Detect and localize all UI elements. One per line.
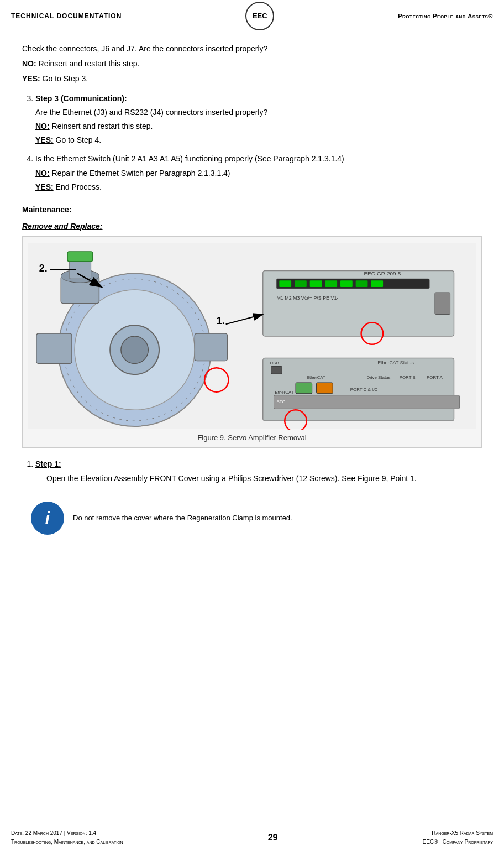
- svg-text:PORT B: PORT B: [400, 375, 416, 380]
- svg-text:EtherCAT Status: EtherCAT Status: [377, 360, 414, 366]
- svg-rect-38: [317, 383, 333, 394]
- svg-text:STC: STC: [276, 399, 285, 404]
- page-footer: Date: 22 March 2017 | Version: 1.4 Troub…: [0, 824, 504, 851]
- step4-yes-label: YES:: [35, 182, 54, 191]
- svg-text:EtherCAT: EtherCAT: [307, 375, 326, 380]
- svg-text:EtherCAT: EtherCAT: [275, 390, 293, 395]
- footer-right: Ranger-X5 Radar System EEC® | Company Pr…: [423, 829, 493, 847]
- svg-rect-24: [371, 280, 383, 287]
- footer-proprietary: EEC® | Company Proprietary: [423, 838, 493, 847]
- remove-replace-header: Remove and Replace:: [22, 222, 482, 231]
- footer-page-number: 29: [268, 833, 278, 843]
- svg-text:1.: 1.: [217, 315, 225, 326]
- svg-rect-37: [296, 383, 312, 394]
- header-left-text: Technical Documentation: [11, 12, 122, 20]
- intro-yes-text: Go to Step 3.: [43, 74, 88, 83]
- svg-text:PORT A: PORT A: [427, 375, 443, 380]
- footer-system: Ranger-X5 Radar System: [423, 829, 493, 838]
- footer-doc-type: Troubleshooting, Maintenance, and Calibr…: [11, 838, 123, 847]
- intro-yes-label: YES:: [22, 74, 40, 83]
- info-icon: i: [31, 502, 64, 535]
- steps-list: Step 3 (Communication): Are the Ethernet…: [35, 92, 482, 193]
- svg-rect-9: [67, 252, 92, 262]
- page-header: Technical Documentation EEC Protecting P…: [0, 0, 504, 32]
- header-logo: EEC: [245, 2, 274, 30]
- step3-question: Are the Ethernet (J3) and RS232 (J4) con…: [35, 107, 482, 118]
- svg-text:USB: USB: [270, 361, 279, 366]
- logo-circle: EEC: [245, 2, 274, 30]
- intro-no-label: NO:: [22, 59, 36, 68]
- svg-point-5: [121, 336, 148, 363]
- figure-svg: 2. M1 M2 M3 V@+ P/S PE V1-: [28, 242, 476, 430]
- footer-left: Date: 22 March 2017 | Version: 1.4 Troub…: [11, 829, 123, 847]
- intro-no-text: Reinsert and restart this step.: [39, 59, 140, 68]
- svg-rect-10: [36, 333, 72, 363]
- step4-no-text: Repair the Ethernet Switch per Paragraph…: [52, 169, 230, 177]
- step4-yes: YES: End Process.: [35, 181, 482, 193]
- maintenance-steps-list: Step 1: Open the Elevation Assembly FRON…: [35, 458, 482, 485]
- svg-text:2.: 2.: [39, 263, 48, 274]
- svg-rect-19: [295, 280, 307, 287]
- step3-yes: YES: Go to Step 4.: [35, 134, 482, 146]
- figure-box: 2. M1 M2 M3 V@+ P/S PE V1-: [22, 236, 482, 448]
- svg-rect-21: [325, 280, 337, 287]
- main-content: Check the connectors, J6 and J7. Are the…: [0, 32, 504, 562]
- svg-text:M1  M2  M3  V@+  P/S  PE  V1-: M1 M2 M3 V@+ P/S PE V1-: [276, 295, 338, 301]
- svg-rect-18: [279, 280, 291, 287]
- maintenance-step-1: Step 1: Open the Elevation Assembly FRON…: [35, 458, 482, 485]
- step-3: Step 3 (Communication): Are the Ethernet…: [35, 92, 482, 146]
- step4-body: Is the Ethernet Switch (Unit 2 A1 A3 A1 …: [35, 154, 344, 163]
- intro-yes-line: YES: Go to Step 3.: [22, 73, 482, 85]
- maintenance-header: Maintenance:: [22, 205, 482, 214]
- step4-no: NO: Repair the Ethernet Switch per Parag…: [35, 168, 482, 179]
- figure-caption: Figure 9. Servo Amplifier Removal: [197, 434, 306, 442]
- figure-image-area: 2. M1 M2 M3 V@+ P/S PE V1-: [28, 242, 476, 430]
- intro-check-line: Check the connectors, J6 and J7. Are the…: [22, 43, 482, 55]
- svg-rect-30: [271, 366, 282, 374]
- info-box: i Do not remove the cover where the Rege…: [22, 496, 482, 540]
- step4-yes-text: End Process.: [56, 182, 102, 191]
- svg-text:Drive Status: Drive Status: [366, 375, 390, 380]
- footer-date-version: Date: 22 March 2017 | Version: 1.4: [11, 829, 123, 838]
- step1-title: Step 1:: [35, 460, 61, 468]
- step4-no-label: NO:: [35, 169, 50, 177]
- step3-yes-label: YES:: [35, 135, 54, 144]
- step3-no-label: NO:: [35, 122, 50, 130]
- step3-no-text: Reinsert and restart this step.: [52, 122, 153, 130]
- header-right-text: Protecting People and Assets®: [398, 13, 493, 19]
- svg-rect-23: [356, 280, 368, 287]
- step3-no: NO: Reinsert and restart this step.: [35, 121, 482, 132]
- svg-text:EEC-GR-209-5: EEC-GR-209-5: [364, 270, 401, 276]
- step1-body: Open the Elevation Assembly FRONT Cover …: [46, 472, 482, 484]
- step3-yes-text: Go to Step 4.: [56, 135, 102, 144]
- svg-text:PORT C & I/O: PORT C & I/O: [350, 387, 378, 392]
- svg-rect-41: [274, 395, 460, 409]
- intro-no-line: NO: Reinsert and restart this step.: [22, 58, 482, 70]
- step3-title: Step 3 (Communication):: [35, 94, 127, 103]
- svg-rect-11: [195, 333, 227, 361]
- svg-rect-22: [340, 280, 353, 287]
- svg-rect-26: [435, 293, 450, 315]
- info-note-text: Do not remove the cover where the Regene…: [73, 514, 292, 522]
- step-4: Is the Ethernet Switch (Unit 2 A1 A3 A1 …: [35, 153, 482, 192]
- svg-rect-20: [310, 280, 322, 287]
